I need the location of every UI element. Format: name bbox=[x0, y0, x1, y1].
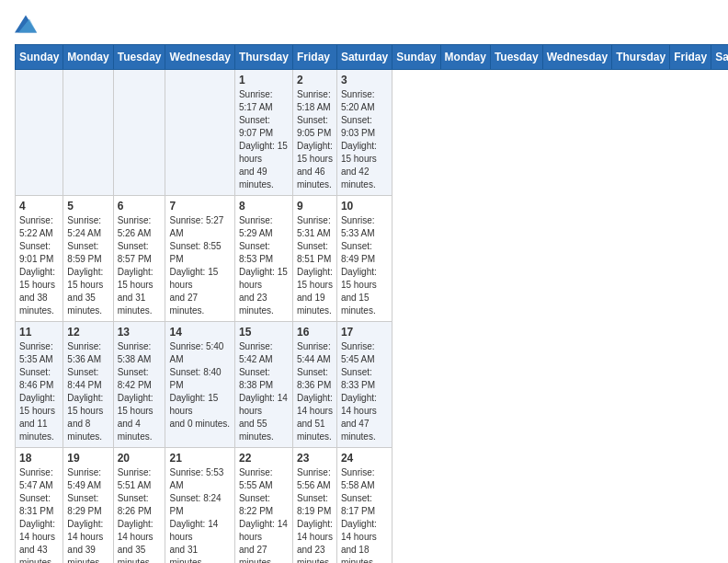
calendar-cell: 22Sunrise: 5:55 AM Sunset: 8:22 PM Dayli… bbox=[234, 448, 292, 564]
calendar-cell: 24Sunrise: 5:58 AM Sunset: 8:17 PM Dayli… bbox=[336, 448, 392, 564]
header-friday: Friday bbox=[670, 45, 711, 70]
day-number: 24 bbox=[341, 452, 388, 465]
header-wednesday: Wednesday bbox=[165, 45, 234, 70]
day-info: Sunrise: 5:55 AM Sunset: 8:22 PM Dayligh… bbox=[239, 466, 289, 563]
day-number: 15 bbox=[239, 326, 289, 339]
day-number: 5 bbox=[67, 200, 108, 213]
header-monday: Monday bbox=[63, 45, 113, 70]
day-number: 6 bbox=[118, 200, 162, 213]
header-saturday: Saturday bbox=[336, 45, 392, 70]
day-info: Sunrise: 5:47 AM Sunset: 8:31 PM Dayligh… bbox=[19, 466, 59, 563]
calendar-cell: 9Sunrise: 5:31 AM Sunset: 8:51 PM Daylig… bbox=[292, 196, 336, 322]
day-number: 4 bbox=[19, 200, 59, 213]
day-info: Sunrise: 5:40 AM Sunset: 8:40 PM Dayligh… bbox=[169, 340, 230, 431]
header-thursday: Thursday bbox=[612, 45, 670, 70]
day-number: 21 bbox=[169, 452, 230, 465]
week-row-1: 1Sunrise: 5:17 AM Sunset: 9:07 PM Daylig… bbox=[16, 70, 729, 196]
day-info: Sunrise: 5:53 AM Sunset: 8:24 PM Dayligh… bbox=[169, 466, 230, 563]
day-number: 12 bbox=[67, 326, 108, 339]
day-info: Sunrise: 5:42 AM Sunset: 8:38 PM Dayligh… bbox=[239, 340, 289, 443]
calendar-cell: 8Sunrise: 5:29 AM Sunset: 8:53 PM Daylig… bbox=[234, 196, 292, 322]
day-info: Sunrise: 5:36 AM Sunset: 8:44 PM Dayligh… bbox=[67, 340, 108, 443]
day-number: 8 bbox=[239, 200, 289, 213]
header-thursday: Thursday bbox=[234, 45, 292, 70]
day-number: 20 bbox=[118, 452, 162, 465]
day-number: 23 bbox=[297, 452, 333, 465]
day-info: Sunrise: 5:22 AM Sunset: 9:01 PM Dayligh… bbox=[19, 214, 59, 317]
day-number: 2 bbox=[297, 74, 333, 86]
day-info: Sunrise: 5:17 AM Sunset: 9:07 PM Dayligh… bbox=[239, 88, 289, 191]
day-info: Sunrise: 5:33 AM Sunset: 8:49 PM Dayligh… bbox=[341, 214, 388, 317]
week-row-2: 4Sunrise: 5:22 AM Sunset: 9:01 PM Daylig… bbox=[16, 196, 729, 322]
calendar-cell: 19Sunrise: 5:49 AM Sunset: 8:29 PM Dayli… bbox=[63, 448, 113, 564]
calendar-cell bbox=[16, 70, 63, 196]
calendar-cell: 2Sunrise: 5:18 AM Sunset: 9:05 PM Daylig… bbox=[292, 70, 336, 196]
calendar-cell: 5Sunrise: 5:24 AM Sunset: 8:59 PM Daylig… bbox=[63, 196, 113, 322]
calendar-header-row: SundayMondayTuesdayWednesdayThursdayFrid… bbox=[16, 45, 729, 70]
calendar-table: SundayMondayTuesdayWednesdayThursdayFrid… bbox=[15, 44, 728, 563]
logo bbox=[15, 15, 40, 33]
day-info: Sunrise: 5:35 AM Sunset: 8:46 PM Dayligh… bbox=[19, 340, 59, 443]
day-info: Sunrise: 5:24 AM Sunset: 8:59 PM Dayligh… bbox=[67, 214, 108, 317]
week-row-3: 11Sunrise: 5:35 AM Sunset: 8:46 PM Dayli… bbox=[16, 322, 729, 448]
day-info: Sunrise: 5:45 AM Sunset: 8:33 PM Dayligh… bbox=[341, 340, 388, 443]
day-info: Sunrise: 5:44 AM Sunset: 8:36 PM Dayligh… bbox=[297, 340, 333, 443]
day-info: Sunrise: 5:31 AM Sunset: 8:51 PM Dayligh… bbox=[297, 214, 333, 317]
header bbox=[15, 15, 713, 33]
header-monday: Monday bbox=[440, 45, 490, 70]
calendar-cell: 3Sunrise: 5:20 AM Sunset: 9:03 PM Daylig… bbox=[336, 70, 392, 196]
week-row-4: 18Sunrise: 5:47 AM Sunset: 8:31 PM Dayli… bbox=[16, 448, 729, 564]
header-wednesday: Wednesday bbox=[542, 45, 611, 70]
calendar-cell: 7Sunrise: 5:27 AM Sunset: 8:55 PM Daylig… bbox=[165, 196, 234, 322]
day-number: 19 bbox=[67, 452, 108, 465]
day-number: 9 bbox=[297, 200, 333, 213]
calendar-cell: 23Sunrise: 5:56 AM Sunset: 8:19 PM Dayli… bbox=[292, 448, 336, 564]
header-friday: Friday bbox=[292, 45, 336, 70]
calendar-cell: 15Sunrise: 5:42 AM Sunset: 8:38 PM Dayli… bbox=[234, 322, 292, 448]
header-saturday: Saturday bbox=[711, 45, 728, 70]
day-number: 18 bbox=[19, 452, 59, 465]
day-number: 7 bbox=[169, 200, 230, 213]
day-info: Sunrise: 5:20 AM Sunset: 9:03 PM Dayligh… bbox=[341, 88, 388, 191]
day-info: Sunrise: 5:27 AM Sunset: 8:55 PM Dayligh… bbox=[169, 214, 230, 317]
header-sunday: Sunday bbox=[16, 45, 63, 70]
day-number: 17 bbox=[341, 326, 388, 339]
calendar-cell: 18Sunrise: 5:47 AM Sunset: 8:31 PM Dayli… bbox=[16, 448, 63, 564]
day-info: Sunrise: 5:56 AM Sunset: 8:19 PM Dayligh… bbox=[297, 466, 333, 563]
day-info: Sunrise: 5:26 AM Sunset: 8:57 PM Dayligh… bbox=[118, 214, 162, 317]
day-info: Sunrise: 5:18 AM Sunset: 9:05 PM Dayligh… bbox=[297, 88, 333, 191]
calendar-cell bbox=[113, 70, 165, 196]
calendar-cell: 20Sunrise: 5:51 AM Sunset: 8:26 PM Dayli… bbox=[113, 448, 165, 564]
day-number: 14 bbox=[169, 326, 230, 339]
day-info: Sunrise: 5:58 AM Sunset: 8:17 PM Dayligh… bbox=[341, 466, 388, 563]
logo-icon bbox=[15, 15, 37, 33]
calendar-cell: 10Sunrise: 5:33 AM Sunset: 8:49 PM Dayli… bbox=[336, 196, 392, 322]
calendar-cell: 16Sunrise: 5:44 AM Sunset: 8:36 PM Dayli… bbox=[292, 322, 336, 448]
calendar-cell: 11Sunrise: 5:35 AM Sunset: 8:46 PM Dayli… bbox=[16, 322, 63, 448]
day-number: 3 bbox=[341, 74, 388, 86]
day-number: 11 bbox=[19, 326, 59, 339]
header-tuesday: Tuesday bbox=[113, 45, 165, 70]
calendar-cell: 17Sunrise: 5:45 AM Sunset: 8:33 PM Dayli… bbox=[336, 322, 392, 448]
day-info: Sunrise: 5:49 AM Sunset: 8:29 PM Dayligh… bbox=[67, 466, 108, 563]
calendar-cell: 1Sunrise: 5:17 AM Sunset: 9:07 PM Daylig… bbox=[234, 70, 292, 196]
day-number: 16 bbox=[297, 326, 333, 339]
calendar-cell: 12Sunrise: 5:36 AM Sunset: 8:44 PM Dayli… bbox=[63, 322, 113, 448]
day-info: Sunrise: 5:29 AM Sunset: 8:53 PM Dayligh… bbox=[239, 214, 289, 317]
calendar-cell: 21Sunrise: 5:53 AM Sunset: 8:24 PM Dayli… bbox=[165, 448, 234, 564]
header-tuesday: Tuesday bbox=[490, 45, 542, 70]
calendar-cell bbox=[63, 70, 113, 196]
calendar-cell: 6Sunrise: 5:26 AM Sunset: 8:57 PM Daylig… bbox=[113, 196, 165, 322]
calendar-cell: 13Sunrise: 5:38 AM Sunset: 8:42 PM Dayli… bbox=[113, 322, 165, 448]
calendar-cell: 4Sunrise: 5:22 AM Sunset: 9:01 PM Daylig… bbox=[16, 196, 63, 322]
day-number: 1 bbox=[239, 74, 289, 86]
calendar-cell: 14Sunrise: 5:40 AM Sunset: 8:40 PM Dayli… bbox=[165, 322, 234, 448]
day-number: 10 bbox=[341, 200, 388, 213]
day-info: Sunrise: 5:38 AM Sunset: 8:42 PM Dayligh… bbox=[118, 340, 162, 443]
calendar-cell bbox=[165, 70, 234, 196]
day-info: Sunrise: 5:51 AM Sunset: 8:26 PM Dayligh… bbox=[118, 466, 162, 563]
day-number: 13 bbox=[118, 326, 162, 339]
header-sunday: Sunday bbox=[392, 45, 440, 70]
day-number: 22 bbox=[239, 452, 289, 465]
